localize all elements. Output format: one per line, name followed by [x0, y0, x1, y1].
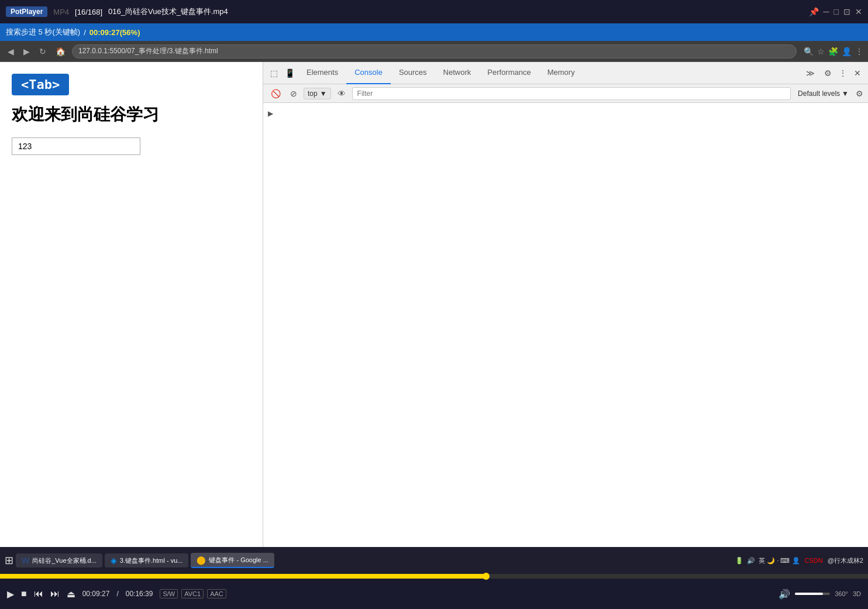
word-icon: W	[22, 556, 29, 565]
tab-elements[interactable]: Elements	[298, 62, 346, 84]
taskbar-right: 🔋 🔊 英 🌙 · ⌨ 👤 CSDN @行木成林2	[735, 556, 863, 565]
tray-icon-1: 🔋	[735, 557, 743, 565]
devtools-tabs: ⬚ 📱 Elements Console Sources Network Per…	[263, 62, 868, 84]
potplayer-titlebar: PotPlayer MP4 [16/168] 016_尚硅谷Vue技术_键盘事件…	[0, 0, 868, 23]
search-label: 搜索步进 5 秒(关键帧)	[6, 27, 80, 37]
refresh-button[interactable]: ↻	[36, 46, 49, 57]
clear-console-button[interactable]: 🚫	[268, 88, 284, 99]
vscode-icon: ◈	[111, 556, 117, 565]
levels-dropdown-icon: ▼	[842, 90, 849, 98]
devtools-more-button[interactable]: ⋮	[835, 66, 850, 80]
taskbar-label-word: 尚硅谷_Vue全家桶.d...	[32, 556, 97, 565]
more-tabs-button[interactable]: ≫	[802, 66, 818, 80]
taskbar-item-vscode[interactable]: ◈ 3.键盘事件.html - vu...	[105, 553, 189, 567]
volume-icon: 🔊	[779, 589, 790, 600]
taskbar: ⊞ W 尚硅谷_Vue全家桶.d... ◈ 3.键盘事件.html - vu..…	[0, 547, 868, 574]
chrome-icon: ⬤	[197, 555, 206, 565]
tab-memory[interactable]: Memory	[539, 62, 583, 84]
stop-button[interactable]: ■	[21, 589, 27, 599]
tab-network[interactable]: Network	[435, 62, 480, 84]
console-body: ▶	[263, 103, 868, 550]
controls-row: ▶ ■ ⏮ ⏭ ⏏ 00:09:27 / 00:16:39 S/W AVC1 A…	[0, 579, 868, 609]
watch-button[interactable]: 👁	[335, 88, 349, 99]
media-controls: ▶ ■ ⏮ ⏭ ⏏ 00:09:27 / 00:16:39 S/W AVC1 A…	[0, 574, 868, 609]
browser-icons: 🔍 ☆ 🧩 👤 ⋮	[804, 47, 863, 56]
address-bar[interactable]: 127.0.0.1:5500/07_事件处理/3.键盘事件.html	[72, 44, 797, 59]
devtools-settings-button[interactable]: ⚙	[821, 66, 835, 80]
tray-icon-2: 🔊	[747, 557, 755, 565]
volume-fill	[795, 593, 823, 595]
context-dropdown-icon: ▼	[320, 90, 327, 98]
browser-content: <Tab> 欢迎来到尚硅谷学习	[0, 62, 263, 550]
console-toolbar: 🚫 ⊘ top ▼ 👁 Default levels ▼ ⚙	[263, 84, 868, 103]
extension-icon[interactable]: 🧩	[828, 47, 838, 56]
search-icon[interactable]: 🔍	[804, 47, 814, 56]
play-button[interactable]: ▶	[7, 589, 14, 600]
taskbar-label-chrome: 键盘事件 - Google ...	[209, 556, 268, 565]
progress-thumb	[483, 573, 490, 580]
close-icon[interactable]: ✕	[855, 7, 862, 16]
right-controls: 🔊 360° 3D	[779, 589, 861, 600]
tab-indicator: <Tab>	[12, 74, 69, 95]
stop-button[interactable]: ⊘	[287, 88, 300, 99]
system-tray: 🔋 🔊 英 🌙 · ⌨ 👤	[735, 556, 800, 565]
current-time: 00:09:27	[82, 590, 110, 598]
devtools-panel: ⬚ 📱 Elements Console Sources Network Per…	[263, 62, 868, 550]
format-tags: S/W AVC1 AAC	[160, 589, 226, 598]
filter-input[interactable]	[352, 87, 791, 100]
context-label: top	[308, 90, 318, 98]
home-button[interactable]: 🏠	[53, 46, 68, 57]
3d-icon: 3D	[853, 590, 861, 597]
keyboard-input[interactable]	[12, 137, 140, 155]
potplayer-logo[interactable]: PotPlayer	[6, 6, 47, 17]
account-icon[interactable]: 👤	[842, 47, 852, 56]
levels-label: Default levels	[798, 90, 840, 98]
maximize-icon[interactable]: ⊡	[843, 7, 850, 16]
start-button[interactable]: ⊞	[5, 554, 13, 567]
minimize-icon[interactable]: ─	[824, 7, 829, 16]
volume-bar[interactable]	[795, 593, 830, 595]
filename: 016_尚硅谷Vue技术_键盘事件.mp4	[108, 6, 228, 17]
page-heading: 欢迎来到尚硅谷学习	[12, 104, 251, 126]
browser-bar: ◀ ▶ ↻ 🏠 127.0.0.1:5500/07_事件处理/3.键盘事件.ht…	[0, 41, 868, 62]
format-aac: AAC	[207, 589, 226, 598]
inspect-element-button[interactable]: ⬚	[267, 66, 281, 80]
restore-icon[interactable]: □	[834, 7, 839, 16]
tab-performance[interactable]: Performance	[479, 62, 539, 84]
taskbar-label-vscode: 3.键盘事件.html - vu...	[120, 556, 183, 565]
resolution-icon: 360°	[835, 590, 848, 597]
eject-button[interactable]: ⏏	[67, 589, 75, 600]
titlebar-icons: 📌 ─ □ ⊡ ✕	[809, 7, 862, 16]
default-levels-selector[interactable]: Default levels ▼	[794, 88, 852, 99]
forward-button[interactable]: ▶	[20, 46, 33, 57]
total-time: 00:16:39	[126, 590, 153, 598]
prev-button[interactable]: ⏮	[34, 589, 43, 599]
devtools-close-button[interactable]: ✕	[850, 66, 864, 80]
csdn-logo: CSDN	[805, 557, 823, 564]
back-button[interactable]: ◀	[5, 46, 17, 57]
main-area: <Tab> 欢迎来到尚硅谷学习 ⬚ 📱 Elements Console Sou…	[0, 62, 868, 550]
search-overlay: 搜索步进 5 秒(关键帧) / 00:09:27(56%)	[0, 23, 868, 41]
search-time: 00:09:27(56%)	[89, 28, 140, 37]
progress-fill	[0, 574, 486, 579]
tray-icons-text: 英 🌙 · ⌨ 👤	[759, 556, 800, 565]
bookmark-icon[interactable]: ☆	[817, 47, 825, 56]
tray-user: @行木成林2	[828, 556, 863, 565]
pin-icon[interactable]: 📌	[809, 7, 819, 16]
address-text: 127.0.0.1:5500/07_事件处理/3.键盘事件.html	[78, 46, 218, 56]
context-selector[interactable]: top ▼	[304, 88, 331, 99]
console-settings-button[interactable]: ⚙	[856, 89, 863, 98]
tab-sources[interactable]: Sources	[391, 62, 435, 84]
tab-console[interactable]: Console	[346, 62, 391, 84]
format-sw: S/W	[160, 589, 178, 598]
device-toolbar-button[interactable]: 📱	[281, 66, 298, 80]
format-avc1: AVC1	[181, 589, 204, 598]
progress-bar[interactable]	[0, 574, 868, 579]
next-button[interactable]: ⏭	[50, 589, 60, 599]
taskbar-item-chrome[interactable]: ⬤ 键盘事件 - Google ...	[191, 553, 274, 568]
menu-icon[interactable]: ⋮	[855, 47, 863, 56]
track-info: [16/168]	[75, 8, 102, 16]
format-label: MP4	[53, 8, 69, 16]
console-expand-arrow[interactable]: ▶	[268, 109, 273, 118]
taskbar-item-word[interactable]: W 尚硅谷_Vue全家桶.d...	[16, 553, 102, 567]
